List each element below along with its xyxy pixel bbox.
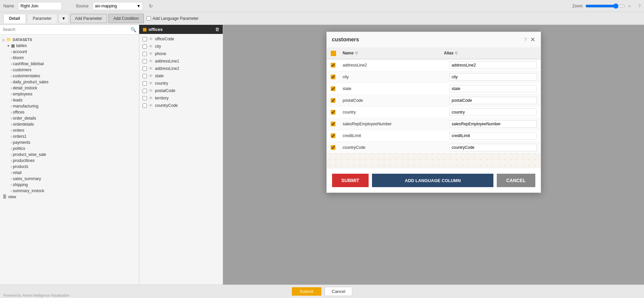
help-icon[interactable]: ? [638,3,641,9]
zoom-slider[interactable] [585,3,626,9]
alias-input-addressLine2[interactable] [449,61,537,69]
eye-icon[interactable]: 👁 [149,88,153,93]
sidebar-item-detail_instock[interactable]: ›detail_instock [1,85,138,91]
field-checkbox-addressLine1[interactable] [143,59,147,63]
sidebar-item-offices[interactable]: ›offices [1,109,138,115]
field-label: postalCode [155,88,175,93]
table-row: city [327,71,541,83]
trash-icon[interactable]: 🗑 [215,27,219,32]
eye-icon[interactable]: 👁 [149,66,153,71]
row-checkbox-creditLimit[interactable] [331,133,335,138]
sidebar-item-productlines[interactable]: ›productlines [1,158,138,164]
sidebar-item-bloom[interactable]: ›bloom [1,55,138,61]
sidebar-item-employees[interactable]: ›employees [1,91,138,97]
field-checkbox-phone[interactable] [143,52,147,56]
eye-icon[interactable]: 👁 [149,81,153,86]
alias-input-country[interactable] [449,109,537,116]
name-input[interactable] [18,2,62,10]
tab-parameter[interactable]: Parameter [27,14,57,23]
sidebar-item-leads[interactable]: ›leads [1,97,138,103]
add-language-column-button[interactable]: ADD LANGUAGE COLUMN [372,174,493,187]
sidebar-item-summary_instock[interactable]: ›summary_instock [1,188,138,194]
sidebar-item-products[interactable]: ›products [1,164,138,170]
field-checkbox-countryCode[interactable] [143,103,147,108]
row-alias [449,144,537,151]
sidebar-item-sales_summary[interactable]: ›sales_summary [1,176,138,182]
field-checkbox-officeCode[interactable] [143,37,147,41]
cancel-button[interactable]: CANCEL [497,174,535,187]
row-checkbox-city[interactable] [331,75,335,79]
chevron-down-icon: ▼ [137,4,141,8]
field-checkbox-country[interactable] [143,81,147,86]
eye-icon[interactable]: 👁 [149,37,153,41]
field-checkbox-state[interactable] [143,74,147,78]
eye-icon[interactable]: 👁 [149,96,153,100]
sidebar-item-payments[interactable]: ›payments [1,139,138,145]
sidebar-item-account[interactable]: ›account [1,49,138,55]
name-label: Name [3,4,14,8]
row-checkbox-postalCode[interactable] [331,98,335,103]
bottom-submit-button[interactable]: Submit [292,287,321,296]
row-name: salesRepEmployeeNumber [343,122,449,126]
tab-detail[interactable]: Detail [3,14,26,23]
sidebar-item-orderdetails[interactable]: ›orderdetails [1,121,138,127]
field-checkbox-city[interactable] [143,44,147,49]
sidebar-item-manufacturing[interactable]: ›manufacturing [1,103,138,109]
eye-icon[interactable]: 👁 [149,44,153,49]
sidebar-item-daily_product_sales[interactable]: ›daily_product_sales [1,79,138,85]
alias-input-state[interactable] [449,85,537,92]
eye-icon[interactable]: 👁 [149,74,153,78]
alias-filter-icon[interactable]: ▽ [455,51,458,55]
modal-close-button[interactable]: ✕ [530,36,535,43]
bottom-cancel-button[interactable]: Cancel [325,287,352,296]
row-name: creditLimit [343,133,449,138]
field-checkbox-addressLine2[interactable] [143,67,147,71]
row-checkbox-state[interactable] [331,86,335,91]
alias-input-city[interactable] [449,73,537,81]
add-language-parameter-checkbox[interactable] [147,16,151,20]
alias-input-countryCode[interactable] [449,144,537,151]
modal-help-icon[interactable]: ? [524,37,527,42]
eye-icon[interactable]: 👁 [149,51,153,56]
sidebar-item-orders1[interactable]: ›orders1 [1,133,138,139]
sidebar-item-retail[interactable]: ›retail [1,170,138,176]
sidebar-item-shipping[interactable]: ›shipping [1,182,138,188]
row-checkbox-salesRepEmployeeNumber[interactable] [331,122,335,126]
sidebar-item-customerstates[interactable]: ›customerstates [1,73,138,79]
sidebar-item-politics[interactable]: ›politics [1,145,138,152]
sidebar-item-orders[interactable]: ›orders [1,127,138,133]
refresh-icon[interactable]: ↻ [149,3,153,9]
alias-input-salesRepEmployeeNumber[interactable] [449,120,537,128]
search-input[interactable] [3,27,130,32]
add-condition-button[interactable]: Add Condition [108,14,144,23]
field-item-countryCode: 👁 countryCode [139,102,223,109]
add-parameter-button[interactable]: Add Parameter [70,14,107,23]
sidebar-item-product_wise_sale[interactable]: ›product_wise_sale [1,152,138,158]
row-checkbox-addressLine2[interactable] [331,63,335,68]
columns-table: Name ▽ Alias ▽ addressLine2 [327,48,541,154]
sidebar-item-tables[interactable]: ▼ ▦ tables [1,43,138,49]
alias-input-creditLimit[interactable] [449,132,537,139]
field-item-addressLine2: 👁 addressLine2 [139,65,223,72]
field-label: addressLine1 [155,59,179,63]
eye-icon[interactable]: 👁 [149,103,153,108]
row-checkbox-area [331,75,343,79]
source-dropdown[interactable]: aiv-mapping ▼ [93,2,143,10]
field-label: territory [155,96,169,100]
field-checkbox-territory[interactable] [143,96,147,100]
field-label: city [155,44,161,49]
row-checkbox-countryCode[interactable] [331,145,335,150]
row-alias [449,120,537,128]
name-filter-icon[interactable]: ▽ [355,51,358,55]
alias-input-postalCode[interactable] [449,97,537,104]
submit-button[interactable]: SUBMIT [332,174,369,187]
row-checkbox-country[interactable] [331,110,335,115]
sidebar-item-view[interactable]: 🗄 view [1,194,138,200]
tab-dropdown[interactable]: ▼ [59,14,69,23]
right-area: customers ? ✕ Name ▽ [223,25,644,285]
sidebar-item-cashflow_bibirbal[interactable]: ›cashflow_bibirbal [1,61,138,67]
sidebar-item-customers[interactable]: ›customers [1,67,138,73]
sidebar-item-order_details[interactable]: ›order_details [1,115,138,121]
field-checkbox-postalCode[interactable] [143,89,147,93]
eye-icon[interactable]: 👁 [149,59,153,63]
